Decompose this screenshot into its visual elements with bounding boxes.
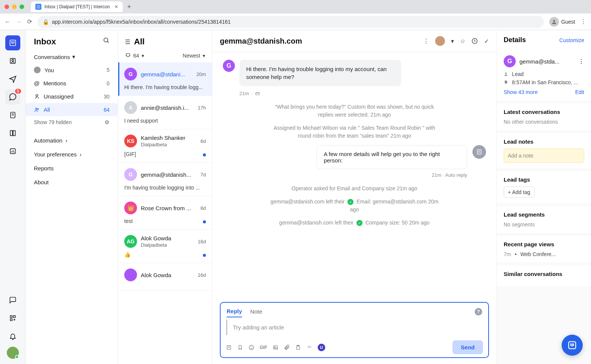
more-menu-icon[interactable]: ⋮ bbox=[423, 38, 429, 45]
user-avatar[interactable] bbox=[7, 347, 19, 359]
new-tab-button[interactable]: + bbox=[127, 3, 131, 11]
open-count-dropdown[interactable]: 64 ▾ bbox=[125, 53, 144, 59]
window-controls[interactable] bbox=[5, 5, 24, 9]
conversation-item[interactable]: Ggemma@stdanish...7dI'm having trouble l… bbox=[118, 163, 212, 196]
brand-logo-icon[interactable] bbox=[5, 35, 20, 50]
guest-label: Guest bbox=[561, 19, 575, 25]
svg-rect-15 bbox=[10, 315, 12, 317]
filter-all[interactable]: All 64 bbox=[26, 103, 118, 116]
system-message: "What brings you here today?" Custom Bot… bbox=[268, 103, 441, 119]
tab-title: Inbox | Dialpad [TEST] | Intercon bbox=[44, 4, 110, 9]
browser-menu-icon[interactable]: ⋮ bbox=[580, 18, 586, 25]
composer-input[interactable]: Try adding an article bbox=[227, 320, 482, 335]
add-tag-button[interactable]: + Add tag bbox=[504, 187, 535, 198]
assignee-avatar[interactable] bbox=[435, 36, 445, 46]
lock-icon: 🔒 bbox=[43, 19, 49, 25]
close-window-icon[interactable] bbox=[5, 5, 9, 9]
conversation-item[interactable]: Ggemma@stdani...20mHi there. I'm having … bbox=[118, 62, 212, 96]
conv-subtitle: Dialpadbeta bbox=[141, 242, 194, 248]
reload-button[interactable]: ⟳ bbox=[27, 18, 32, 25]
svg-point-42 bbox=[309, 346, 310, 346]
filter-unassigned[interactable]: Unassigned 30 bbox=[26, 90, 118, 103]
reports-link[interactable]: Reports bbox=[26, 161, 118, 175]
maximize-window-icon[interactable] bbox=[20, 5, 24, 9]
conversation-item[interactable]: AGAlok GowdaDialpadbeta16d👍 bbox=[118, 230, 212, 263]
emoji-icon[interactable] bbox=[248, 344, 254, 350]
preferences-label: Your preferences bbox=[34, 151, 77, 158]
automation-link[interactable]: Automation› bbox=[26, 133, 118, 147]
inbox-tray-icon bbox=[125, 53, 131, 59]
rail-inbox-icon[interactable]: 5 bbox=[5, 89, 20, 105]
filter-you[interactable]: You 5 bbox=[26, 63, 118, 77]
messenger-launcher[interactable] bbox=[562, 335, 583, 356]
insert-article-icon[interactable] bbox=[226, 344, 232, 350]
filter-mentions[interactable]: @Mentions 0 bbox=[26, 77, 118, 90]
gear-icon[interactable]: ⚙ bbox=[105, 119, 110, 125]
show-hidden-link[interactable]: Show 79 hidden bbox=[34, 119, 72, 125]
browser-tab[interactable]: Inbox | Dialpad [TEST] | Intercon ✕ bbox=[31, 2, 123, 12]
conversation-item[interactable]: Aannie@stdanish.i...17hI need support bbox=[118, 96, 212, 129]
sort-dropdown[interactable]: Newest ▾ bbox=[183, 53, 205, 59]
reply-tab[interactable]: Reply bbox=[227, 306, 242, 317]
svg-point-41 bbox=[308, 346, 309, 346]
about-link[interactable]: About bbox=[26, 175, 118, 189]
customize-link[interactable]: Customize bbox=[559, 37, 584, 43]
show-more-link[interactable]: Show 43 more bbox=[504, 89, 538, 95]
tags-title: Lead tags bbox=[504, 176, 584, 183]
rail-chat-icon[interactable] bbox=[5, 293, 20, 308]
address-bar[interactable]: 🔒 app.intercom.io/a/apps/f5knex5a/inbox/… bbox=[37, 16, 544, 28]
dot-sep: · bbox=[251, 91, 253, 96]
conversations-dropdown[interactable]: Conversations ▾ bbox=[26, 53, 118, 63]
send-button[interactable]: Send bbox=[452, 340, 483, 354]
clipboard-icon[interactable] bbox=[295, 344, 301, 350]
rail-send-icon[interactable] bbox=[5, 71, 20, 86]
sys-text: gemma@stdanish.com left their bbox=[270, 199, 344, 205]
rail-apps-icon[interactable] bbox=[5, 311, 20, 326]
rail-book-icon[interactable] bbox=[5, 126, 20, 141]
apps-grid-icon[interactable] bbox=[306, 344, 312, 350]
snooze-icon[interactable] bbox=[471, 38, 478, 44]
chevron-down-icon: ▾ bbox=[203, 53, 205, 59]
image-icon[interactable] bbox=[273, 344, 279, 350]
conv-time: 20m bbox=[196, 71, 206, 77]
profile-chip[interactable]: Guest bbox=[549, 17, 575, 27]
gif-button[interactable]: GIF bbox=[260, 345, 267, 350]
bookmark-icon[interactable] bbox=[237, 344, 243, 350]
close-tab-icon[interactable]: ✕ bbox=[114, 4, 118, 9]
minimize-window-icon[interactable] bbox=[12, 5, 17, 9]
assignee-dropdown-icon[interactable]: ▾ bbox=[451, 38, 454, 45]
rail-contacts-icon[interactable] bbox=[5, 53, 20, 68]
contact-menu-icon[interactable]: ⋮ bbox=[578, 58, 584, 65]
conversation-item[interactable]: Alok Gowda16d bbox=[118, 263, 212, 291]
conversation-item[interactable]: 👑Rose Crown from ...8dtest bbox=[118, 196, 212, 230]
integration-icon[interactable]: U bbox=[318, 344, 325, 351]
back-button[interactable]: ← bbox=[5, 18, 11, 25]
conv-preview: test bbox=[124, 218, 206, 224]
conv-avatar bbox=[124, 268, 137, 281]
edit-link[interactable]: Edit bbox=[575, 89, 584, 95]
segments-title: Lead segments bbox=[504, 211, 584, 218]
note-tab[interactable]: Note bbox=[250, 306, 262, 317]
unread-dot-icon bbox=[203, 254, 206, 257]
add-note-input[interactable]: Add a note bbox=[504, 149, 584, 163]
help-icon[interactable]: ? bbox=[475, 308, 482, 315]
contact-email[interactable]: gemma@stda... bbox=[519, 58, 574, 65]
conv-title: gemma@stdani... bbox=[141, 71, 193, 77]
rail-articles-icon[interactable] bbox=[5, 108, 20, 123]
conversation-item[interactable]: KSKamlesh ShankerDialpadbeta6d[GIF] bbox=[118, 129, 212, 163]
attachment-icon[interactable] bbox=[284, 344, 290, 350]
pageview-page[interactable]: Web Confere... bbox=[520, 251, 556, 257]
rail-notifications-icon[interactable] bbox=[5, 329, 20, 344]
search-icon[interactable] bbox=[103, 37, 110, 44]
contact-type: Lead bbox=[512, 71, 524, 77]
unread-dot-icon bbox=[203, 153, 206, 156]
conv-title: Alok Gowda bbox=[141, 235, 194, 241]
star-icon[interactable]: ☆ bbox=[460, 38, 465, 45]
svg-point-34 bbox=[249, 345, 254, 350]
rail-reports-icon[interactable] bbox=[5, 144, 20, 159]
filter-count: 0 bbox=[107, 80, 110, 86]
conv-avatar: A bbox=[124, 101, 137, 114]
close-conversation-icon[interactable]: ✓ bbox=[484, 38, 489, 45]
list-menu-icon[interactable]: ☰ bbox=[125, 38, 130, 46]
preferences-link[interactable]: Your preferences› bbox=[26, 147, 118, 161]
